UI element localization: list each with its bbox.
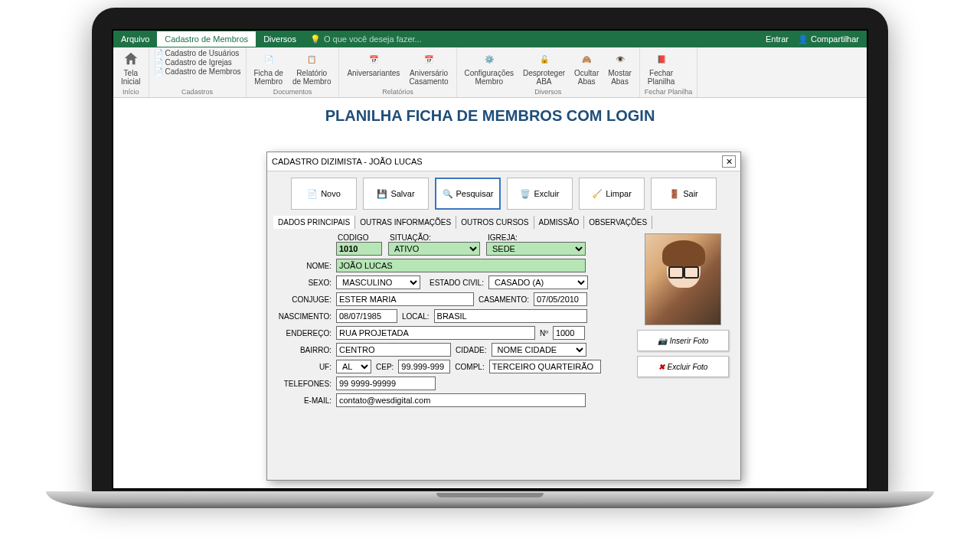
sexo-select[interactable]: MASCULINO bbox=[336, 276, 420, 289]
cadastro-dialog: CADASTRO DIZIMISTA - JOÃO LUCAS ✕ 📄Novo … bbox=[266, 152, 741, 481]
estado-civil-select[interactable]: CASADO (A) bbox=[488, 276, 588, 289]
report-icon: 📋 bbox=[303, 51, 320, 67]
calendar-icon: 📅 bbox=[365, 51, 382, 67]
tell-me-search[interactable]: 💡 O que você deseja fazer... bbox=[310, 34, 422, 44]
show-icon: 👁️ bbox=[612, 51, 629, 67]
nascimento-field[interactable] bbox=[336, 309, 397, 323]
tab-outras-informacoes[interactable]: OUTRAS INFORMAÇÕES bbox=[355, 216, 456, 229]
cadastro-igrejas-button[interactable]: 📄Cadastro de Igrejas bbox=[154, 58, 241, 67]
excluir-button[interactable]: 🗑️Excluir bbox=[507, 178, 573, 210]
telefones-field[interactable] bbox=[336, 377, 436, 390]
file-icon: 📄 bbox=[260, 51, 277, 67]
page-title: PLANILHA FICHA DE MEMBROS COM LOGIN bbox=[113, 98, 867, 131]
cadastro-membros-button[interactable]: 📄Cadastro de Membros bbox=[154, 67, 241, 76]
sair-button[interactable]: 🚪Sair bbox=[651, 178, 717, 210]
doc-icon: 📄 bbox=[154, 67, 163, 76]
calendar-icon: 📅 bbox=[420, 51, 437, 67]
compartilhar-link[interactable]: 👤 Compartilhar bbox=[798, 34, 859, 44]
codigo-field[interactable] bbox=[336, 242, 382, 256]
situacao-select[interactable]: ATIVO bbox=[388, 242, 480, 256]
hide-icon: 🙈 bbox=[578, 51, 595, 67]
plus-doc-icon: 📄 bbox=[307, 189, 318, 199]
config-membro-button[interactable]: ⚙️Configurações Membro bbox=[462, 49, 517, 87]
ribbon-tabs: Arquivo Cadastro de Membros Diversos 💡 O… bbox=[113, 31, 867, 47]
casamento-field[interactable] bbox=[534, 292, 587, 306]
person-icon: 👤 bbox=[798, 34, 808, 44]
novo-button[interactable]: 📄Novo bbox=[291, 178, 357, 210]
form-tabs: DADOS PRINCIPAIS OUTRAS INFORMAÇÕES OUTR… bbox=[267, 216, 740, 229]
bairro-field[interactable] bbox=[336, 343, 451, 357]
pesquisar-button[interactable]: 🔍Pesquisar bbox=[435, 178, 501, 210]
camera-icon: 📷 bbox=[658, 337, 667, 345]
relatorio-membro-button[interactable]: 📋Relatório de Membro bbox=[289, 49, 335, 87]
delete-icon: ✖ bbox=[658, 363, 665, 371]
tab-dados-principais[interactable]: DADOS PRINCIPAIS bbox=[273, 216, 355, 229]
dialog-toolbar: 📄Novo 💾Salvar 🔍Pesquisar 🗑️Excluir 🧹Limp… bbox=[267, 171, 740, 216]
salvar-button[interactable]: 💾Salvar bbox=[363, 178, 429, 210]
conjuge-field[interactable] bbox=[336, 292, 474, 306]
tela-inicial-button[interactable]: Tela Inicial bbox=[118, 49, 144, 87]
exit-icon: 🚪 bbox=[669, 189, 680, 199]
lightbulb-icon: 💡 bbox=[310, 34, 321, 44]
tab-diversos[interactable]: Diversos bbox=[256, 31, 304, 47]
tab-cadastro-membros[interactable]: Cadastro de Membros bbox=[157, 31, 256, 47]
entrar-link[interactable]: Entrar bbox=[766, 34, 789, 44]
search-icon: 🔍 bbox=[443, 189, 453, 199]
doc-icon: 📄 bbox=[154, 58, 163, 67]
clean-icon: 🧹 bbox=[592, 189, 603, 199]
ocultar-abas-button[interactable]: 🙈Ocultar Abas bbox=[571, 49, 602, 87]
cep-field[interactable] bbox=[398, 360, 450, 373]
compl-field[interactable] bbox=[489, 360, 601, 373]
unlock-icon: 🔓 bbox=[536, 51, 553, 67]
dialog-title: CADASTRO DIZIMISTA - JOÃO LUCAS bbox=[272, 157, 423, 166]
mostrar-abas-button[interactable]: 👁️Mostar Abas bbox=[605, 49, 635, 87]
endereco-field[interactable] bbox=[336, 326, 535, 340]
nome-field[interactable] bbox=[336, 259, 586, 272]
numero-field[interactable] bbox=[553, 326, 585, 340]
member-photo bbox=[645, 233, 721, 325]
tab-arquivo[interactable]: Arquivo bbox=[113, 31, 157, 47]
trash-icon: 🗑️ bbox=[520, 189, 531, 199]
inserir-foto-button[interactable]: 📷Inserir Foto bbox=[637, 330, 729, 351]
tab-observacoes[interactable]: OBSERVAÇÕES bbox=[584, 216, 652, 229]
local-field[interactable] bbox=[434, 309, 587, 323]
close-dialog-button[interactable]: ✕ bbox=[722, 155, 736, 168]
tab-outros-cursos[interactable]: OUTROS CURSOS bbox=[456, 216, 534, 229]
email-field[interactable] bbox=[336, 393, 586, 407]
aniversariantes-button[interactable]: 📅Aniversariantes bbox=[344, 49, 403, 79]
uf-select[interactable]: AL bbox=[336, 360, 371, 373]
cidade-select[interactable]: NOME CIDADE bbox=[492, 343, 586, 357]
home-icon bbox=[122, 51, 139, 67]
ribbon: Tela Inicial Início 📄Cadastro de Usuário… bbox=[113, 47, 867, 98]
save-icon: 💾 bbox=[377, 189, 387, 199]
aniversario-casamento-button[interactable]: 📅Aniversário Casamento bbox=[406, 49, 451, 87]
fechar-planilha-button[interactable]: 📕Fechar Planilha bbox=[645, 49, 678, 87]
limpar-button[interactable]: 🧹Limpar bbox=[579, 178, 645, 210]
cadastro-usuarios-button[interactable]: 📄Cadastro de Usuários bbox=[154, 49, 241, 57]
close-file-icon: 📕 bbox=[653, 51, 670, 67]
excluir-foto-button[interactable]: ✖Excluir Foto bbox=[637, 356, 729, 377]
tab-admissao[interactable]: ADMISSÃO bbox=[534, 216, 585, 229]
igreja-select[interactable]: SEDE bbox=[486, 242, 586, 256]
gear-icon: ⚙️ bbox=[481, 51, 498, 67]
doc-icon: 📄 bbox=[154, 49, 163, 57]
ficha-membro-button[interactable]: 📄Ficha de Membro bbox=[251, 49, 286, 87]
desproteger-aba-button[interactable]: 🔓Desproteger ABA bbox=[520, 49, 568, 87]
